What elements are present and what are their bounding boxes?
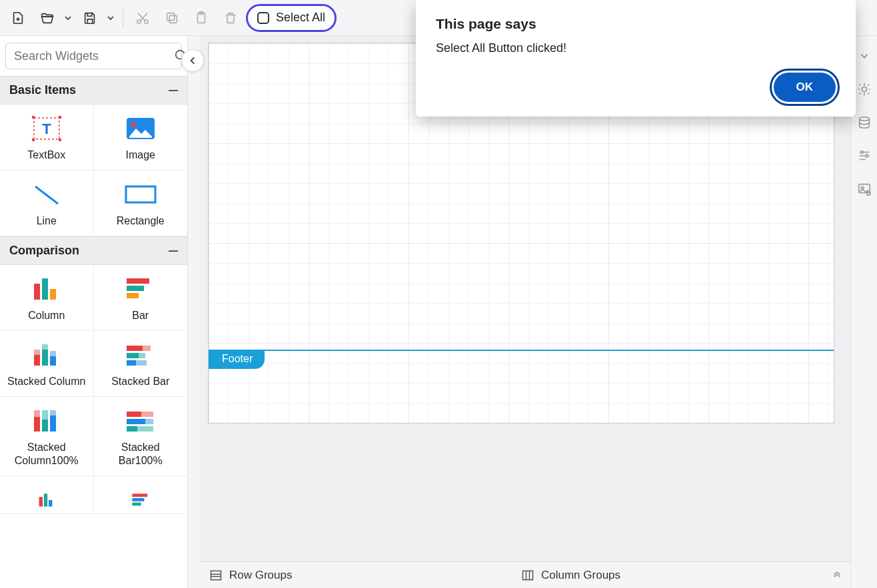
svg-rect-39 — [50, 410, 56, 416]
svg-rect-37 — [42, 410, 48, 420]
widget-partial-2[interactable] — [94, 476, 188, 514]
row-groups-label: Row Groups — [229, 569, 292, 582]
row-groups-icon — [209, 569, 223, 582]
svg-rect-19 — [50, 289, 56, 300]
widget-bar[interactable]: Bar — [94, 265, 188, 331]
image-manager-icon[interactable] — [855, 180, 874, 198]
svg-rect-21 — [127, 286, 144, 291]
chart-icon — [28, 487, 65, 513]
select-all-button[interactable]: Select All — [246, 4, 337, 32]
rectangle-icon — [122, 181, 159, 208]
svg-rect-26 — [42, 344, 48, 350]
widget-stacked-bar-label: Stacked Bar — [111, 375, 169, 388]
dialog-message: Select All Button clicked! — [436, 41, 836, 55]
footer-tab[interactable]: Footer — [209, 350, 265, 369]
widget-sidebar: Basic Items T TextBox Image Line — [0, 36, 188, 588]
widget-stacked-column[interactable]: Stacked Column — [0, 331, 94, 397]
properties-icon[interactable] — [855, 80, 874, 99]
svg-rect-18 — [42, 278, 48, 300]
svg-rect-27 — [50, 356, 56, 366]
widget-stacked-column-100-label: Stacked Column100% — [5, 441, 88, 467]
svg-point-53 — [862, 87, 866, 91]
svg-rect-10 — [32, 139, 35, 141]
svg-point-55 — [860, 151, 863, 154]
stacked-bar-icon — [122, 342, 159, 368]
widget-line[interactable]: Line — [0, 170, 94, 236]
widget-textbox-label: TextBox — [27, 148, 65, 162]
dialog-title: This page says — [436, 16, 836, 32]
stacked-bar-100-icon — [122, 408, 159, 434]
report-footer[interactable]: Footer — [209, 350, 834, 423]
open-file-dropdown[interactable] — [61, 4, 75, 32]
search-widgets-input[interactable] — [5, 43, 182, 69]
save-file-dropdown[interactable] — [104, 4, 117, 32]
widget-rectangle[interactable]: Rectangle — [94, 170, 188, 236]
widget-partial-1[interactable] — [0, 476, 94, 514]
svg-rect-52 — [132, 503, 141, 506]
group-comparison-title: Comparison — [9, 244, 79, 258]
sidebar-collapse-button[interactable] — [181, 49, 204, 72]
chart-icon — [122, 487, 159, 513]
svg-rect-3 — [167, 13, 175, 20]
svg-rect-16 — [126, 186, 155, 202]
svg-rect-30 — [143, 346, 151, 351]
widget-stacked-bar-100-label: Stacked Bar100% — [99, 441, 183, 467]
select-all-label: Select All — [276, 11, 325, 25]
widget-column[interactable]: Column — [0, 265, 94, 331]
svg-rect-11 — [59, 139, 61, 141]
dialog-ok-label: OK — [796, 81, 814, 93]
collapse-icon — [169, 90, 178, 91]
svg-rect-43 — [127, 419, 145, 424]
group-comparison[interactable]: Comparison — [0, 236, 187, 265]
column-groups-panel[interactable]: Column Groups — [512, 569, 824, 582]
svg-rect-63 — [523, 571, 533, 579]
group-basic-title: Basic Items — [9, 83, 76, 97]
copy-button[interactable] — [158, 4, 186, 32]
widget-bar-label: Bar — [132, 309, 149, 322]
save-file-button[interactable] — [76, 4, 104, 32]
widget-line-label: Line — [37, 214, 57, 228]
stacked-column-100-icon — [28, 408, 65, 434]
new-file-button[interactable] — [4, 4, 32, 32]
svg-rect-38 — [42, 420, 48, 432]
widget-stacked-bar-100[interactable]: Stacked Bar100% — [94, 397, 188, 476]
cut-button[interactable] — [129, 4, 157, 32]
svg-rect-22 — [127, 293, 139, 298]
group-basic-items[interactable]: Basic Items — [0, 76, 187, 105]
svg-rect-46 — [137, 426, 153, 432]
alert-dialog: This page says Select All Button clicked… — [416, 0, 856, 117]
svg-rect-33 — [127, 360, 136, 366]
line-icon — [28, 181, 65, 208]
paste-button[interactable] — [187, 4, 215, 32]
svg-rect-34 — [136, 360, 147, 366]
svg-rect-20 — [127, 278, 149, 284]
svg-rect-24 — [34, 350, 40, 355]
svg-point-54 — [859, 117, 869, 121]
svg-rect-42 — [141, 412, 153, 417]
search-input-field[interactable] — [14, 49, 169, 63]
widget-textbox[interactable]: T TextBox — [0, 105, 94, 170]
rail-chevron[interactable] — [855, 47, 874, 65]
svg-rect-51 — [132, 498, 144, 501]
expand-groups-button[interactable] — [824, 571, 850, 580]
parameters-icon[interactable] — [855, 147, 874, 165]
svg-rect-9 — [59, 116, 61, 119]
svg-text:T: T — [42, 121, 51, 137]
widget-rectangle-label: Rectangle — [117, 214, 165, 228]
widget-stacked-bar[interactable]: Stacked Bar — [94, 331, 188, 397]
svg-rect-23 — [34, 355, 40, 366]
footer-label: Footer — [222, 353, 253, 364]
svg-line-15 — [35, 186, 58, 204]
svg-rect-45 — [127, 426, 137, 432]
dialog-ok-button[interactable]: OK — [774, 73, 836, 102]
widget-image[interactable]: Image — [94, 105, 188, 170]
row-groups-panel[interactable]: Row Groups — [200, 569, 512, 582]
svg-rect-35 — [34, 410, 40, 417]
collapse-icon — [169, 250, 178, 252]
open-file-button[interactable] — [33, 4, 61, 32]
svg-rect-48 — [44, 493, 47, 506]
data-icon[interactable] — [855, 113, 874, 132]
delete-button[interactable] — [217, 4, 245, 32]
widget-stacked-column-100[interactable]: Stacked Column100% — [0, 397, 94, 476]
svg-point-1 — [145, 19, 149, 23]
